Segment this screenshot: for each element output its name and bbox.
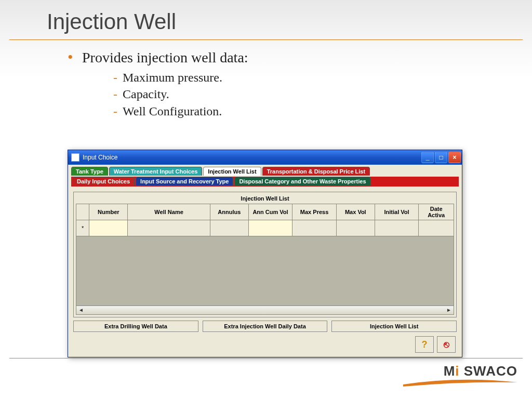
cell-annulus[interactable] (210, 220, 248, 236)
footer-rule (9, 358, 523, 358)
tabs-row-2: Daily Input Choices Input Source and Rec… (72, 177, 458, 185)
minimize-button[interactable]: _ (421, 152, 434, 163)
brand-text: Mi SWACO (403, 363, 517, 379)
window-icon (71, 153, 79, 162)
cell-maxpress[interactable] (292, 220, 337, 236)
cell-anncum[interactable] (248, 220, 292, 236)
btn-extra-drilling[interactable]: Extra Drilling Well Data (73, 321, 198, 332)
btn-injection-list[interactable]: Injection Well List (331, 321, 457, 332)
col-initial[interactable]: Initial Vol (375, 204, 419, 220)
cell-initial[interactable] (375, 220, 419, 236)
tabs-row-1: Tank Type Water Treatment Input Choices … (71, 167, 459, 176)
grid-caption: Injection Well List (76, 194, 454, 204)
col-annulus[interactable]: Annulus (210, 204, 248, 220)
cell-date[interactable] (419, 220, 454, 236)
tab-injection-well[interactable]: Injection Well List (203, 167, 261, 176)
scroll-left-icon[interactable]: ◄ (77, 307, 85, 313)
brand-accent: i (455, 363, 459, 379)
col-number[interactable]: Number (89, 204, 128, 220)
cell-wellname[interactable] (128, 220, 210, 236)
col-well-name[interactable]: Well Name (128, 204, 210, 220)
grid-header-row: Number Well Name Annulus Ann Cum Vol Max… (76, 204, 454, 220)
horizontal-scrollbar[interactable]: ◄ ► (76, 305, 454, 314)
sub-item: Well Configuration. (113, 103, 532, 119)
exit-icon: ⎋ (444, 339, 449, 350)
question-icon: ? (422, 339, 428, 350)
scroll-right-icon[interactable]: ► (445, 307, 453, 313)
slide-title: Injection Well (0, 0, 532, 39)
bullet-main: Provides injection well data: Maximum pr… (68, 49, 532, 119)
tab-transport-disposal[interactable]: Transportation & Disposal Price List (262, 167, 370, 176)
tab-input-source[interactable]: Input Source and Recovery Type (136, 177, 233, 185)
cell-maxvol[interactable] (336, 220, 375, 236)
sub-item: Capacity. (113, 86, 532, 102)
tab-water-treatment[interactable]: Water Treatment Input Choices (109, 167, 203, 176)
grid-corner (76, 204, 89, 220)
window-controls: _ □ × (421, 152, 461, 163)
bullet-list: Provides injection well data: Maximum pr… (68, 49, 532, 119)
injection-well-grid[interactable]: Number Well Name Annulus Ann Cum Vol Max… (76, 204, 454, 236)
window-titlebar[interactable]: Input Choice _ □ × (68, 150, 462, 165)
tab-tank-type[interactable]: Tank Type (71, 167, 108, 176)
col-date-activ[interactable]: Date Activa (419, 204, 454, 220)
row-marker: * (76, 220, 89, 236)
col-max-press[interactable]: Max Press (292, 204, 337, 220)
sub-list: Maximum pressure. Capacity. Well Configu… (113, 69, 532, 119)
brand-prefix: M (444, 363, 456, 379)
col-max-vol[interactable]: Max Vol (336, 204, 375, 220)
tab-disposal-category[interactable]: Disposal Category and Other Waste Proper… (234, 177, 370, 185)
tab-daily-input[interactable]: Daily Input Choices (72, 177, 135, 185)
cell-number[interactable] (89, 220, 128, 236)
input-choice-window: Input Choice _ □ × Tank Type Water Treat… (68, 150, 462, 357)
close-button[interactable]: × (448, 152, 461, 163)
sub-item: Maximum pressure. (113, 69, 532, 86)
brand-logo: Mi SWACO (403, 363, 517, 389)
grid-new-row[interactable]: * (76, 220, 454, 236)
grid-buttons: Extra Drilling Well Data Extra Injection… (73, 321, 457, 332)
window-title: Input Choice (83, 154, 117, 161)
brand-suffix: SWACO (460, 363, 517, 379)
title-rule (9, 39, 523, 40)
bullet-text: Provides injection well data: (82, 49, 248, 65)
maximize-button[interactable]: □ (435, 152, 447, 163)
col-ann-cum[interactable]: Ann Cum Vol (248, 204, 292, 220)
grid-frame: Injection Well List Number Well Name Ann… (73, 192, 457, 317)
btn-extra-injection[interactable]: Extra Injection Well Daily Data (203, 321, 328, 332)
exit-button[interactable]: ⎋ (437, 336, 456, 353)
swoosh-icon (403, 379, 517, 387)
help-button[interactable]: ? (415, 336, 434, 353)
grid-empty-area: ◄ ► (76, 236, 454, 315)
